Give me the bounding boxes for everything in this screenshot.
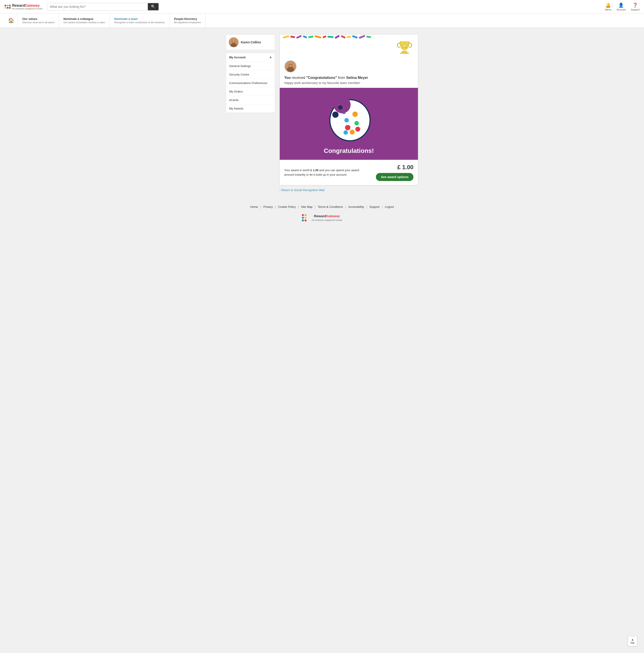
footer-dot-3 (302, 217, 304, 219)
logo-dot-yellow (4, 7, 6, 9)
footer-logo-dots (302, 214, 309, 221)
nav-people-directory-title: People Directory (174, 17, 201, 21)
avatar (229, 37, 238, 47)
sidebar-menu: My Account ∧ General Settings Security C… (226, 53, 275, 113)
logo-dots (4, 5, 11, 9)
footer-link-accessibility[interactable]: Accessibility (346, 205, 366, 209)
confetti-8 (328, 36, 334, 38)
sidebar-item-my-awards[interactable]: My Awards (226, 104, 275, 113)
nav-item-our-values[interactable]: Our values Discover what we're all about (18, 14, 59, 27)
footer-link-privacy[interactable]: Privacy (261, 205, 275, 209)
user-name: Karen Collins (241, 41, 261, 44)
header: RewardGateway the employee engagement pe… (0, 0, 644, 14)
sidebar-item-communications-preferences[interactable]: Communications Preferences (226, 79, 275, 88)
svg-point-24 (332, 112, 339, 118)
purple-block: Congratulations! (280, 88, 418, 160)
logo-text: RewardGateway the employee engagement pe… (12, 4, 43, 10)
footer-logo-reward: Reward (314, 214, 326, 218)
svg-point-21 (350, 129, 355, 135)
confetti-6 (315, 35, 321, 39)
account-label: Account (617, 8, 626, 11)
sidebar: Karen Collins My Account ∧ General Setti… (226, 34, 275, 192)
footer-dot-6 (304, 219, 306, 221)
alerts-button[interactable]: 🔔 Alerts (605, 2, 611, 11)
footer-links: Home | Privacy | Cookie Policy | Site Ma… (4, 205, 640, 209)
search-bar: 🔍 (47, 3, 159, 10)
nav-item-nominate-team[interactable]: Nominate a team Recognise a team contrib… (110, 14, 169, 27)
svg-point-20 (355, 127, 360, 131)
confetti-7 (322, 35, 326, 39)
svg-point-3 (232, 40, 235, 43)
nav-nominate-colleague-sub: Our award nomination window is open (64, 21, 105, 24)
footer: Home | Privacy | Cookie Policy | Site Ma… (0, 198, 644, 229)
support-button[interactable]: ❓ Support (631, 2, 640, 11)
svg-point-18 (354, 121, 359, 125)
award-description: Your award is worth £ 1.00 and you can s… (284, 168, 360, 177)
footer-link-sitemap[interactable]: Site Map (299, 205, 315, 209)
footer-logo-gateway: Gateway (326, 214, 340, 218)
confetti-5 (308, 35, 313, 38)
user-card: Karen Collins (226, 34, 275, 50)
main-content: Karen Collins My Account ∧ General Setti… (221, 28, 423, 198)
nav-home-button[interactable]: 🏠 (4, 14, 18, 27)
sender-section (280, 58, 418, 76)
congrats-label: Congratulations! (324, 147, 374, 154)
confetti-1 (283, 35, 289, 39)
svg-point-16 (352, 112, 358, 117)
alerts-label: Alerts (605, 8, 611, 11)
award-right: £ 1.00 See award options (376, 164, 413, 181)
sidebar-item-ecards[interactable]: eCards (226, 96, 275, 104)
award-amount: £ 1.00 (397, 164, 413, 171)
award-section: Your award is worth £ 1.00 and you can s… (280, 160, 418, 185)
sidebar-my-account-header[interactable]: My Account ∧ (226, 53, 275, 62)
sidebar-item-general-settings[interactable]: General Settings (226, 62, 275, 70)
footer-link-support[interactable]: Support (367, 205, 382, 209)
confetti-3 (296, 35, 302, 39)
footer-link-logout[interactable]: Logout (383, 205, 396, 209)
sidebar-item-security-centre[interactable]: Security Centre (226, 70, 275, 79)
logo-dot-teal (9, 5, 11, 6)
logo-dot-red2 (9, 7, 11, 9)
nav-item-people-directory[interactable]: People Directory All registered employee… (169, 14, 206, 27)
avatar-svg (229, 37, 238, 47)
confetti-13 (359, 35, 365, 39)
see-award-options-button[interactable]: See award options (376, 173, 413, 181)
sidebar-section-label: My Account (229, 56, 246, 59)
svg-point-23 (338, 105, 343, 110)
support-label: Support (631, 8, 640, 11)
footer-dot-1 (302, 214, 304, 216)
footer-link-cookie[interactable]: Cookie Policy (276, 205, 298, 209)
footer-link-home[interactable]: Home (248, 205, 260, 209)
search-button[interactable]: 🔍 (148, 3, 159, 10)
confetti-header (280, 34, 418, 58)
logo-dot-blue (7, 7, 8, 9)
return-to-wall-link[interactable]: ‹ Return to Social Recognition Wall (279, 188, 418, 192)
logo-dot-red (4, 5, 6, 6)
svg-point-17 (344, 118, 349, 122)
from-name: Selina Meyer (346, 76, 368, 79)
nav-nominate-team-sub: Recognise a team contribution to the bus… (114, 21, 165, 24)
nav-people-directory-sub: All registered employees (174, 21, 201, 24)
confetti-10 (341, 35, 346, 39)
svg-point-25 (342, 111, 346, 114)
svg-point-11 (289, 64, 292, 67)
logo-gateway: Gateway (25, 4, 40, 7)
nav-item-nominate-colleague[interactable]: Nominate a colleague Our award nominatio… (59, 14, 110, 27)
footer-link-terms[interactable]: Terms & Conditions (316, 205, 345, 209)
footer-dot-2 (304, 214, 306, 216)
logo-dot-orange (7, 5, 8, 6)
logo: RewardGateway the employee engagement pe… (4, 4, 43, 10)
bell-icon: 🔔 (605, 2, 611, 8)
recognition-card: You received "Congratulations" from Seli… (279, 34, 418, 185)
footer-logo-sub: the employee engagement people (312, 219, 342, 221)
confetti-11 (347, 36, 351, 38)
trophy-svg (396, 38, 413, 56)
sender-avatar (284, 60, 297, 73)
account-button[interactable]: 👤 Account (617, 2, 626, 11)
sender-avatar-svg (285, 60, 296, 73)
trophy-icon (396, 38, 413, 56)
confetti-12 (352, 35, 358, 39)
card-area: You received "Congratulations" from Seli… (279, 34, 418, 192)
search-input[interactable] (47, 3, 148, 10)
sidebar-item-my-orders[interactable]: My Orders (226, 88, 275, 96)
